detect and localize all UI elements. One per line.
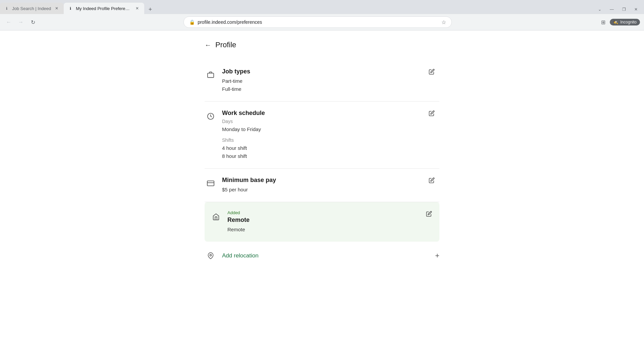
minimum-base-pay-value: $5 per hour xyxy=(222,186,439,194)
url-display: profile.indeed.com/preferences xyxy=(198,19,439,25)
work-schedule-shifts-label: Shifts xyxy=(222,137,439,143)
window-controls: ⌄ — ❐ ✕ xyxy=(594,6,644,14)
remote-title: Remote xyxy=(227,217,434,224)
address-bar-row: ← → ↻ 🔒 profile.indeed.com/preferences ☆… xyxy=(0,14,644,30)
job-types-body: Job types Part-time Full-time xyxy=(222,68,439,93)
job-types-title: Job types xyxy=(222,68,439,75)
back-nav-button[interactable]: ← xyxy=(4,17,13,27)
job-types-edit-button[interactable] xyxy=(427,67,437,78)
tab-1-favicon: ℹ xyxy=(4,6,9,11)
tab-indeed-preferences[interactable]: ℹ My Indeed Profile Preferences ✕ xyxy=(64,3,144,14)
work-schedule-title: Work schedule xyxy=(222,110,439,117)
relocation-icon xyxy=(205,250,217,262)
bookmark-star-icon[interactable]: ☆ xyxy=(441,19,446,25)
back-arrow-icon: ← xyxy=(205,41,211,49)
remote-value: Remote xyxy=(227,226,434,234)
work-schedule-edit-button[interactable] xyxy=(427,108,437,120)
minimum-base-pay-body: Minimum base pay $5 per hour xyxy=(222,177,439,194)
job-types-part-time: Part-time xyxy=(222,77,439,85)
work-schedule-days-group: Days Monday to Friday xyxy=(222,119,439,133)
dropdown-button[interactable]: ⌄ xyxy=(594,6,605,13)
remote-added-badge: Added xyxy=(227,210,434,215)
maximize-button[interactable]: ❐ xyxy=(619,6,629,13)
incognito-icon: 🕵 xyxy=(613,20,618,24)
tab-bar: ℹ Job Search | Indeed ✕ ℹ My Indeed Prof… xyxy=(0,0,644,14)
remote-edit-button[interactable] xyxy=(424,209,434,221)
grid-menu-icon[interactable]: ⊞ xyxy=(598,17,608,27)
page-content: ← Profile Job types Part-time Full-time xyxy=(0,31,644,362)
close-button[interactable]: ✕ xyxy=(631,6,641,13)
tab-2-close[interactable]: ✕ xyxy=(134,5,140,11)
browser-chrome: ℹ Job Search | Indeed ✕ ℹ My Indeed Prof… xyxy=(0,0,644,31)
job-types-section: Job types Part-time Full-time xyxy=(205,60,439,102)
reload-button[interactable]: ↻ xyxy=(28,17,38,27)
minimize-button[interactable]: — xyxy=(606,6,617,13)
job-types-full-time: Full-time xyxy=(222,85,439,93)
forward-nav-button[interactable]: → xyxy=(16,17,25,27)
add-relocation-plus-icon: + xyxy=(435,251,439,260)
incognito-label: Incognito xyxy=(620,20,637,24)
tab-1-close[interactable]: ✕ xyxy=(54,5,60,11)
remote-body: Added Remote Remote xyxy=(227,210,434,234)
work-schedule-body: Work schedule Days Monday to Friday Shif… xyxy=(222,110,439,160)
back-header[interactable]: ← Profile xyxy=(205,41,439,49)
remote-section: Added Remote Remote xyxy=(205,202,439,242)
new-tab-button[interactable]: + xyxy=(146,5,155,14)
tab-2-title: My Indeed Profile Preferences xyxy=(76,6,131,11)
incognito-badge[interactable]: 🕵 Incognito xyxy=(610,19,640,25)
svg-rect-2 xyxy=(207,181,214,186)
main-container: ← Profile Job types Part-time Full-time xyxy=(205,31,439,362)
minimum-base-pay-edit-button[interactable] xyxy=(427,175,437,187)
remote-icon xyxy=(210,211,222,223)
svg-point-4 xyxy=(210,254,212,256)
work-schedule-days-label: Days xyxy=(222,119,439,124)
address-bar[interactable]: 🔒 profile.indeed.com/preferences ☆ xyxy=(183,16,452,28)
work-schedule-icon xyxy=(205,110,217,122)
tab-1-title: Job Search | Indeed xyxy=(12,6,51,11)
work-schedule-monday-friday: Monday to Friday xyxy=(222,125,439,133)
add-relocation-label: Add relocation xyxy=(222,252,435,259)
job-types-icon xyxy=(205,69,217,81)
work-schedule-shifts-group: Shifts 4 hour shift 8 hour shift xyxy=(222,137,439,160)
minimum-base-pay-section: Minimum base pay $5 per hour xyxy=(205,169,439,202)
svg-rect-0 xyxy=(208,73,214,77)
tab-job-search[interactable]: ℹ Job Search | Indeed ✕ xyxy=(0,3,64,14)
work-schedule-8hour: 8 hour shift xyxy=(222,152,439,160)
toolbar-right: ⊞ 🕵 Incognito xyxy=(598,17,640,27)
tab-2-favicon: ℹ xyxy=(68,6,73,11)
minimum-base-pay-icon xyxy=(205,177,217,189)
page-title: Profile xyxy=(215,41,236,49)
add-relocation-section[interactable]: Add relocation + xyxy=(205,242,439,270)
work-schedule-section: Work schedule Days Monday to Friday Shif… xyxy=(205,102,439,169)
work-schedule-4hour: 4 hour shift xyxy=(222,144,439,152)
lock-icon: 🔒 xyxy=(189,19,195,25)
minimum-base-pay-title: Minimum base pay xyxy=(222,177,439,184)
